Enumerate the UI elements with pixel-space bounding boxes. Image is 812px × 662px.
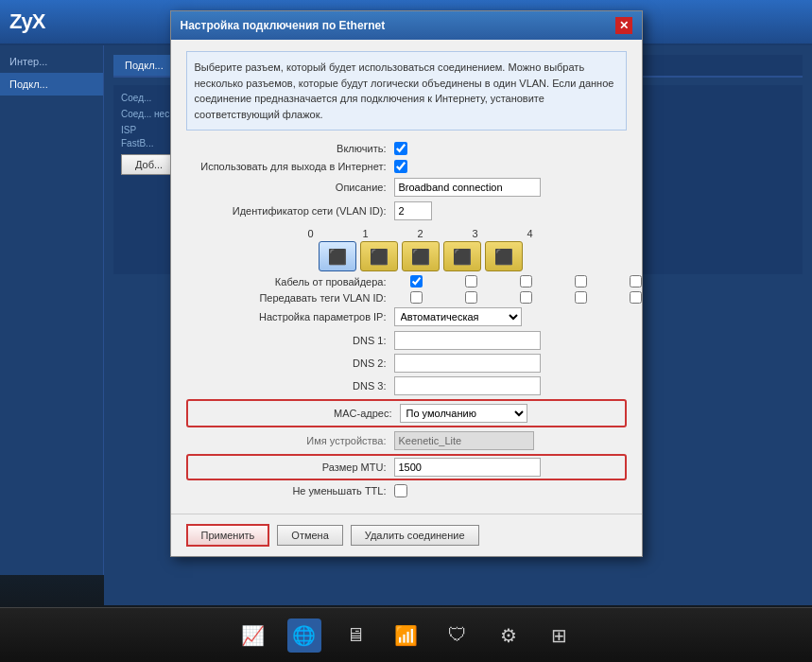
- dns1-row: DNS 1:: [186, 331, 627, 350]
- ports-numbers: 0 1 2 3 4: [292, 228, 549, 239]
- dns3-input[interactable]: [394, 376, 541, 395]
- cable-cb-0[interactable]: [410, 275, 423, 287]
- apply-button[interactable]: Применить: [186, 524, 270, 547]
- port-num-2: 2: [402, 228, 440, 239]
- vlan-pass-cb-2[interactable]: [520, 291, 532, 304]
- ip-config-row: Настройка параметров IP: Автоматическая …: [186, 307, 627, 326]
- port-num-1: 1: [347, 228, 385, 239]
- vlan-pass-cb-3[interactable]: [575, 291, 587, 304]
- description-label: Описание:: [186, 182, 394, 193]
- mtu-label: Размер MTU:: [192, 462, 394, 473]
- dns1-input[interactable]: [394, 331, 541, 350]
- mac-label: MAC-адрес:: [192, 408, 400, 419]
- dialog-info-text: Выберите разъем, который будет использов…: [186, 51, 627, 131]
- ip-config-select[interactable]: Автоматическая Вручную: [394, 307, 522, 326]
- enable-label: Включить:: [186, 143, 394, 154]
- mac-select[interactable]: По умолчанию Вручную: [400, 404, 527, 423]
- port-num-3: 3: [457, 228, 494, 239]
- taskbar-icon-chart[interactable]: 📈: [236, 618, 270, 653]
- dialog-body: Выберите разъем, который будет использов…: [171, 40, 642, 514]
- device-name-label: Имя устройства:: [186, 435, 394, 446]
- port-icon-2[interactable]: ⬛: [402, 241, 440, 271]
- taskbar-icon-settings[interactable]: ⚙: [492, 618, 526, 653]
- vlan-pass-label: Передавать теги VLAN ID:: [186, 292, 394, 304]
- internet-label: Использовать для выхода в Интернет:: [186, 161, 394, 172]
- vlan-pass-cb-4[interactable]: [630, 291, 642, 304]
- device-name-row: Имя устройства:: [186, 431, 627, 450]
- cable-checkboxes: [398, 275, 655, 287]
- port-num-0: 0: [292, 228, 330, 239]
- dialog-title: Настройка подключения по Ethernet: [181, 19, 386, 32]
- cable-cb-1[interactable]: [465, 275, 477, 287]
- dialog-footer: Применить Отмена Удалить соединение: [171, 514, 642, 556]
- taskbar-icon-apps[interactable]: ⊞: [543, 618, 577, 653]
- ip-config-label: Настройка параметров IP:: [186, 311, 394, 322]
- vlan-pass-checkboxes: [398, 291, 655, 304]
- ttl-checkbox[interactable]: [394, 484, 407, 497]
- taskbar-icon-network[interactable]: 🖥: [338, 618, 372, 653]
- cable-cb-4[interactable]: [630, 275, 642, 287]
- cable-row: Кабель от провайдера:: [186, 275, 627, 287]
- dialog-titlebar: Настройка подключения по Ethernet ✕: [171, 11, 642, 40]
- dns3-row: DNS 3:: [186, 376, 627, 395]
- vlan-pass-cb-1[interactable]: [465, 291, 477, 304]
- dns2-input[interactable]: [394, 354, 541, 373]
- dns1-label: DNS 1:: [186, 335, 394, 346]
- vlan-input[interactable]: [394, 201, 432, 220]
- device-name-input[interactable]: [394, 431, 534, 450]
- cable-label: Кабель от провайдера:: [186, 276, 394, 287]
- port-num-4: 4: [511, 228, 549, 239]
- delete-connection-button[interactable]: Удалить соединение: [351, 525, 479, 546]
- cable-cb-2[interactable]: [520, 275, 532, 287]
- description-input[interactable]: [394, 178, 541, 197]
- enable-checkbox[interactable]: [394, 142, 407, 155]
- mac-row: MAC-адрес: По умолчанию Вручную: [192, 404, 621, 423]
- enable-row: Включить:: [186, 142, 627, 155]
- ports-section: 0 1 2 3 4 ⬛ ⬛ ⬛ ⬛ ⬛: [186, 228, 627, 271]
- ports-icons: ⬛ ⬛ ⬛ ⬛ ⬛: [319, 241, 523, 271]
- vlan-row: Идентификатор сети (VLAN ID):: [186, 201, 627, 220]
- vlan-pass-row: Передавать теги VLAN ID:: [186, 291, 627, 304]
- taskbar-icon-shield[interactable]: 🛡: [441, 618, 475, 653]
- vlan-label: Идентификатор сети (VLAN ID):: [186, 205, 394, 217]
- ttl-row: Не уменьшать TTL:: [186, 484, 627, 497]
- ttl-label: Не уменьшать TTL:: [186, 485, 394, 496]
- cable-cb-3[interactable]: [575, 275, 587, 287]
- port-icon-4[interactable]: ⬛: [485, 241, 523, 271]
- dns2-label: DNS 2:: [186, 357, 394, 369]
- mtu-input[interactable]: [394, 458, 541, 477]
- dialog-overlay: Настройка подключения по Ethernet ✕ Выбе…: [0, 0, 812, 605]
- vlan-pass-cb-0[interactable]: [410, 291, 423, 304]
- port-icon-1[interactable]: ⬛: [360, 241, 398, 271]
- dns3-label: DNS 3:: [186, 380, 394, 392]
- internet-checkbox[interactable]: [394, 160, 407, 173]
- cancel-button[interactable]: Отмена: [277, 525, 342, 546]
- port-icon-3[interactable]: ⬛: [443, 241, 481, 271]
- taskbar-icon-signal[interactable]: 📶: [389, 618, 423, 653]
- mac-highlight: MAC-адрес: По умолчанию Вручную: [186, 399, 627, 427]
- taskbar-icon-internet[interactable]: 🌐: [287, 618, 321, 653]
- mtu-highlight: Размер MTU:: [186, 454, 627, 480]
- ethernet-dialog: Настройка подключения по Ethernet ✕ Выбе…: [170, 10, 643, 557]
- dns2-row: DNS 2:: [186, 354, 627, 373]
- dialog-close-button[interactable]: ✕: [615, 17, 632, 34]
- port-icon-0[interactable]: ⬛: [319, 241, 356, 271]
- internet-row: Использовать для выхода в Интернет:: [186, 160, 627, 173]
- taskbar: 📈 🌐 🖥 📶 🛡 ⚙ ⊞: [0, 607, 812, 662]
- description-row: Описание:: [186, 178, 627, 197]
